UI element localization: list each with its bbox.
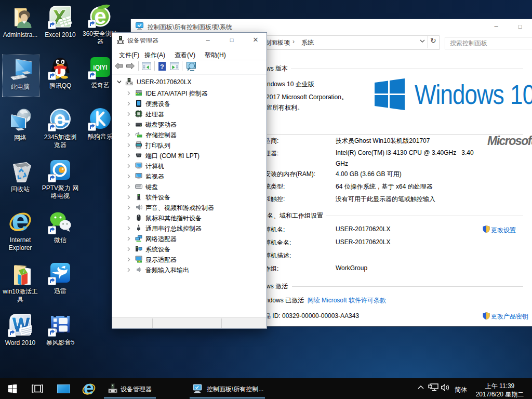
svg-text:iQIYI: iQIYI [93,64,107,71]
svg-text:?: ? [160,63,164,71]
